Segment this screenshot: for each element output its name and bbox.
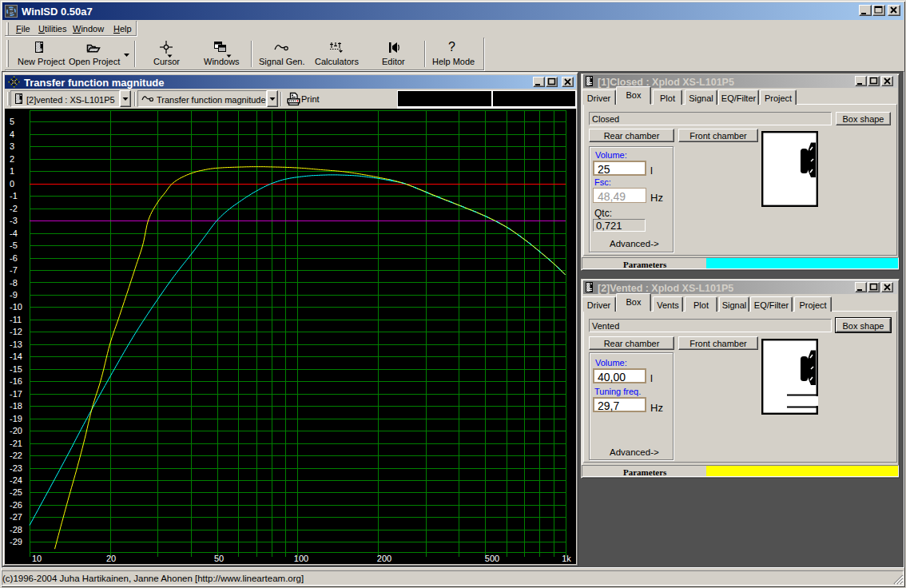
svg-text:3: 3	[10, 141, 14, 151]
svg-text:100: 100	[294, 554, 308, 563]
svg-text:200: 200	[377, 554, 391, 563]
svg-text:-5: -5	[10, 240, 18, 250]
svg-text:5: 5	[10, 117, 14, 126]
svg-text:-14: -14	[10, 352, 22, 361]
svg-text:-29: -29	[10, 537, 22, 546]
svg-text:-12: -12	[10, 327, 22, 336]
svg-text:50: 50	[214, 554, 224, 563]
svg-text:-13: -13	[10, 340, 22, 349]
svg-text:-6: -6	[10, 253, 18, 263]
svg-text:-9: -9	[10, 290, 18, 300]
svg-text:-10: -10	[10, 302, 22, 312]
svg-text:-19: -19	[10, 414, 22, 423]
svg-text:20: 20	[106, 554, 116, 563]
svg-text:-22: -22	[10, 451, 22, 460]
svg-text:-18: -18	[10, 401, 22, 411]
svg-text:-11: -11	[10, 315, 22, 324]
svg-text:-7: -7	[10, 265, 18, 275]
svg-text:500: 500	[485, 554, 499, 563]
svg-text:-4: -4	[10, 228, 18, 238]
svg-text:-26: -26	[10, 500, 22, 510]
svg-text:-8: -8	[10, 278, 18, 288]
svg-text:1k: 1k	[562, 554, 571, 563]
svg-text:-28: -28	[10, 525, 22, 534]
svg-text:-17: -17	[10, 389, 22, 399]
svg-text:0: 0	[10, 179, 14, 189]
svg-text:4: 4	[10, 129, 14, 139]
svg-text:-23: -23	[10, 463, 22, 473]
svg-text:-20: -20	[10, 426, 22, 435]
svg-text:-24: -24	[10, 475, 22, 485]
svg-text:-3: -3	[10, 216, 18, 225]
svg-text:10: 10	[32, 554, 42, 563]
svg-text:-27: -27	[10, 512, 22, 522]
svg-text:-1: -1	[10, 191, 18, 201]
svg-text:-16: -16	[10, 376, 22, 386]
svg-text:-25: -25	[10, 487, 22, 497]
svg-text:-21: -21	[10, 439, 22, 448]
svg-text:-2: -2	[10, 204, 18, 213]
svg-text:2: 2	[10, 154, 14, 164]
svg-text:1: 1	[10, 166, 14, 176]
svg-text:-15: -15	[10, 364, 22, 374]
